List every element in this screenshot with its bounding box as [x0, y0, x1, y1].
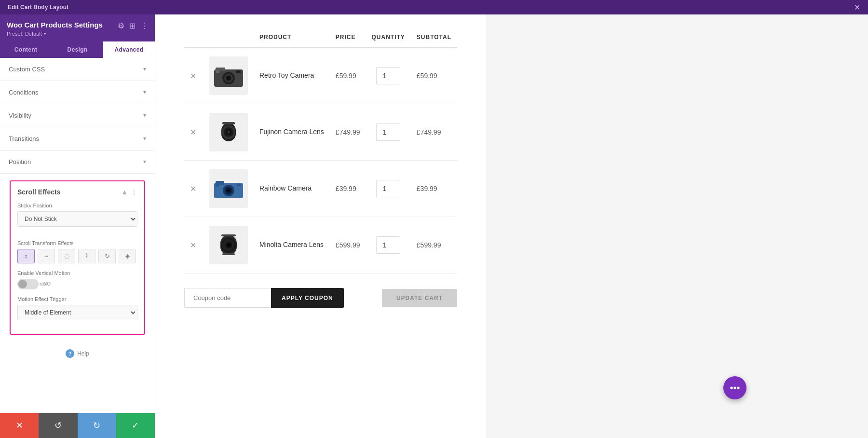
quantity-input[interactable] [376, 67, 400, 84]
col-product: PRODUCT [254, 29, 330, 48]
svg-point-4 [226, 76, 231, 81]
collapse-icon[interactable]: ▲ [121, 188, 128, 196]
bottom-bar: ✕ ↺ ↻ ✓ [0, 413, 155, 438]
panel-body: Custom CSS ▾ Conditions ▾ Visibility ▾ [0, 58, 155, 413]
product-name: Retro Toy Camera [259, 71, 314, 79]
accordion-custom-css: Custom CSS ▾ [0, 58, 155, 81]
product-name: Minolta Camera Lens [259, 241, 324, 248]
coupon-row: APPLY COUPON UPDATE CART [184, 288, 457, 308]
redo-button[interactable]: ↻ [78, 413, 116, 438]
scroll-transform-field: Scroll Transform Effects ↕ ↔ ◌ ⌇ ↻ ◈ [17, 240, 137, 263]
save-button[interactable]: ✓ [116, 413, 155, 438]
tab-advanced[interactable]: Advanced [103, 41, 155, 58]
undo-button[interactable]: ↺ [39, 413, 77, 438]
chevron-down-icon: ▾ [143, 112, 146, 119]
table-row: ✕ [184, 161, 457, 217]
product-image [209, 56, 248, 95]
accordion-position: Position ▾ [0, 151, 155, 174]
svg-rect-26 [222, 253, 235, 255]
help-section: ? Help [0, 342, 155, 366]
top-bar-close-icon[interactable]: ✕ [854, 3, 860, 12]
tab-content[interactable]: Content [0, 41, 52, 58]
remove-item-button[interactable]: ✕ [190, 241, 196, 249]
quantity-input[interactable] [376, 123, 400, 141]
help-button[interactable]: ? Help [66, 349, 89, 358]
settings-panel: Woo Cart Products Settings Preset: Defau… [0, 14, 155, 438]
chevron-down-icon: ▾ [143, 89, 146, 96]
cart-table: PRODUCT PRICE QUANTITY SUBTOTAL ✕ [184, 29, 457, 274]
transform-rotate-btn[interactable]: ↻ [98, 249, 116, 263]
vertical-motion-toggle[interactable]: NO [17, 279, 39, 289]
product-image [209, 226, 248, 264]
remove-item-button[interactable]: ✕ [190, 185, 196, 193]
transform-vertical-btn[interactable]: ↕ [17, 249, 35, 263]
remove-item-button[interactable]: ✕ [190, 72, 196, 80]
scroll-effects-title: Scroll Effects [17, 188, 60, 196]
svg-rect-25 [221, 234, 236, 236]
product-subtotal: £39.99 [417, 185, 437, 192]
svg-point-11 [228, 131, 230, 133]
product-price: £749.99 [336, 128, 360, 136]
panel-title: Woo Cart Products Settings [7, 20, 118, 30]
transform-horizontal-btn[interactable]: ↔ [38, 249, 55, 263]
settings-icon[interactable]: ⚙ [118, 21, 124, 30]
chevron-down-icon: ▾ [143, 135, 146, 142]
col-remove [184, 29, 203, 48]
svg-rect-19 [237, 184, 241, 186]
table-row: ✕ [184, 217, 457, 274]
cancel-button[interactable]: ✕ [0, 413, 39, 438]
remove-item-button[interactable]: ✕ [190, 128, 196, 137]
scroll-effects-section: Scroll Effects ▲ ⋮ Sticky Position Do No… [10, 180, 145, 335]
vertical-motion-field: Enable Vertical Motion NO NO [17, 270, 137, 289]
chevron-down-icon: ▾ [143, 158, 146, 165]
product-price: £39.99 [336, 185, 356, 192]
product-subtotal: £599.99 [417, 241, 441, 249]
transform-icons-row: ↕ ↔ ◌ ⌇ ↻ ◈ [17, 249, 137, 263]
panel-tabs: Content Design Advanced [0, 41, 155, 58]
quantity-input[interactable] [376, 236, 400, 254]
svg-rect-18 [216, 184, 219, 187]
product-subtotal: £59.99 [417, 72, 437, 80]
help-icon: ? [66, 349, 74, 358]
col-image [203, 29, 254, 48]
svg-point-24 [227, 244, 230, 246]
svg-point-17 [227, 189, 231, 192]
more-icon[interactable]: ⋮ [140, 21, 148, 30]
update-cart-button[interactable]: UPDATE CART [382, 289, 457, 307]
top-bar-title: Edit Cart Body Layout [8, 4, 854, 11]
svg-rect-12 [222, 122, 235, 124]
product-name: Rainbow Camera [259, 184, 312, 192]
transform-fade-btn[interactable]: ◌ [58, 249, 75, 263]
svg-rect-5 [236, 70, 241, 73]
accordion-conditions: Conditions ▾ [0, 81, 155, 104]
cart-panel: PRODUCT PRICE QUANTITY SUBTOTAL ✕ [155, 14, 486, 438]
transform-scale-btn[interactable]: ◈ [119, 249, 136, 263]
motion-trigger-select[interactable]: Middle of Element Top of Element Bottom … [17, 305, 137, 320]
col-quantity: QUANTITY [366, 29, 410, 48]
table-row: ✕ [184, 104, 457, 161]
product-image [209, 113, 248, 151]
quantity-input[interactable] [376, 180, 400, 197]
product-name: Fujinon Camera Lens [259, 128, 324, 136]
col-subtotal: SUBTOTAL [411, 29, 457, 48]
product-image [209, 169, 248, 208]
svg-rect-6 [216, 70, 219, 73]
col-price: PRICE [330, 29, 366, 48]
sticky-position-field: Sticky Position Do Not Stick Stick to To… [17, 203, 137, 233]
product-price: £59.99 [336, 72, 356, 80]
product-price: £599.99 [336, 241, 360, 249]
layout-icon[interactable]: ⊞ [129, 21, 136, 30]
transform-blur-btn[interactable]: ⌇ [78, 249, 95, 263]
section-more-icon[interactable]: ⋮ [131, 188, 137, 196]
accordion-visibility: Visibility ▾ [0, 104, 155, 127]
product-subtotal: £749.99 [417, 128, 441, 136]
tab-design[interactable]: Design [52, 41, 103, 58]
svg-rect-14 [216, 181, 224, 185]
sticky-position-select[interactable]: Do Not Stick Stick to Top Stick to Botto… [17, 211, 137, 227]
preset-selector[interactable]: Preset: Default ▾ [7, 31, 118, 37]
panel-header: Woo Cart Products Settings Preset: Defau… [0, 14, 155, 41]
coupon-input[interactable] [184, 288, 271, 308]
apply-coupon-button[interactable]: APPLY COUPON [271, 288, 344, 308]
accordion-transitions: Transitions ▾ [0, 127, 155, 151]
chevron-down-icon: ▾ [143, 66, 146, 72]
